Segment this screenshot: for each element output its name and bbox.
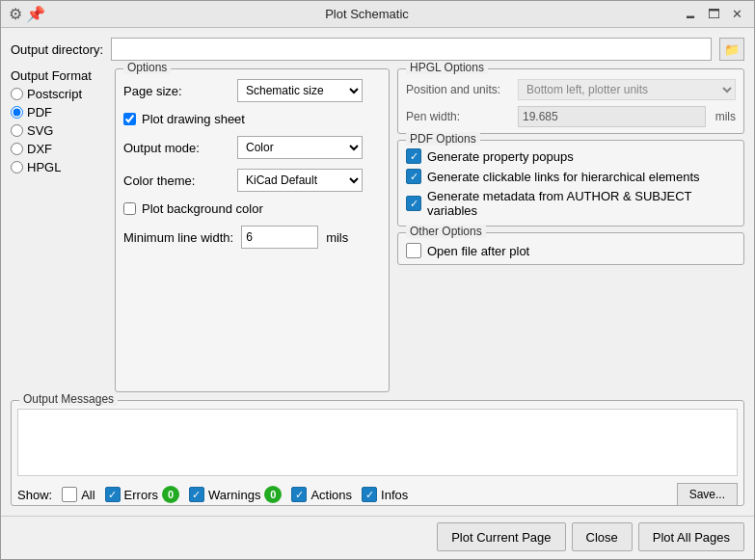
output-dir-input[interactable]: [111, 38, 712, 61]
format-postscript-label: Postscript: [27, 87, 82, 101]
plot-drawing-sheet-row[interactable]: Plot drawing sheet: [123, 112, 381, 126]
plot-bg-color-checkbox[interactable]: [123, 202, 136, 215]
titlebar: ⚙ 📌 Plot Schematic 🗕 🗖 ✕: [1, 1, 754, 28]
warnings-checkbox[interactable]: ✓: [189, 487, 204, 502]
open-file-after-plot-row[interactable]: Open file after plot: [406, 243, 736, 258]
output-messages-legend: Output Messages: [19, 392, 118, 406]
pdf-metadata-row[interactable]: ✓ Generate metadata from AUTHOR & SUBJEC…: [406, 189, 736, 218]
infos-label: Infos: [381, 488, 408, 502]
format-svg-label: SVG: [27, 123, 53, 138]
infos-checkbox[interactable]: ✓: [362, 487, 377, 502]
hpgl-pen-width-unit: mils: [715, 110, 736, 123]
messages-textarea[interactable]: [17, 409, 738, 476]
options-panel: Options Page size: Schematic size A4 A3 …: [115, 68, 390, 392]
pdf-metadata-label: Generate metadata from AUTHOR & SUBJECT …: [427, 189, 736, 218]
format-dxf-radio[interactable]: [11, 143, 23, 155]
pdf-clickable-links-label: Generate clickable links for hierarchica…: [427, 170, 700, 184]
open-file-after-plot-label: Open file after plot: [427, 244, 529, 258]
page-size-row: Page size: Schematic size A4 A3 Letter: [123, 79, 381, 102]
pdf-property-popups-label: Generate property popups: [427, 149, 574, 164]
min-line-width-input[interactable]: [241, 226, 318, 249]
format-hpgl-label: HPGL: [27, 160, 61, 174]
errors-badge: 0: [162, 486, 179, 503]
filter-warnings[interactable]: ✓ Warnings 0: [189, 486, 282, 503]
color-theme-row: Color theme: KiCad Default User Classic: [123, 169, 381, 192]
other-options-group: Other Options Open file after plot: [397, 232, 744, 265]
plot-all-pages-button[interactable]: Plot All Pages: [638, 522, 744, 551]
output-dir-label: Output directory:: [11, 42, 103, 57]
filter-errors[interactable]: ✓ Errors 0: [105, 486, 179, 503]
close-button[interactable]: ✕: [727, 5, 746, 24]
filter-actions[interactable]: ✓ Actions: [291, 487, 352, 502]
format-pdf-label: PDF: [27, 105, 52, 120]
show-label: Show:: [17, 488, 52, 502]
format-dxf[interactable]: DXF: [11, 142, 107, 156]
output-messages-section: Output Messages Show: All ✓ Errors 0 ✓ W…: [11, 400, 744, 506]
right-panel: HPGL Options Position and units: Bottom …: [397, 68, 744, 392]
hpgl-position-row: Position and units: Bottom left, plotter…: [406, 79, 736, 100]
bottom-bar: Plot Current Page Close Plot All Pages: [1, 516, 754, 559]
hpgl-pen-width-row: Pen width: mils: [406, 106, 736, 127]
output-mode-row: Output mode: Color Black and White: [123, 136, 381, 159]
mils-label: mils: [326, 230, 348, 245]
plot-drawing-sheet-checkbox[interactable]: [123, 113, 136, 125]
page-size-label: Page size:: [123, 84, 229, 98]
hpgl-pen-width-label: Pen width:: [406, 110, 512, 123]
pdf-options-group: PDF Options ✓ Generate property popups ✓…: [397, 140, 744, 227]
window-title: Plot Schematic: [53, 7, 681, 21]
color-theme-select[interactable]: KiCad Default User Classic: [237, 169, 363, 192]
min-line-width-row: Minimum line width: mils: [123, 226, 381, 249]
pdf-legend: PDF Options: [406, 132, 480, 146]
open-file-after-plot-checkbox[interactable]: [406, 243, 421, 258]
color-theme-label: Color theme:: [123, 173, 229, 188]
filter-all[interactable]: All: [62, 487, 94, 502]
pdf-metadata-checkbox[interactable]: ✓: [406, 196, 421, 211]
format-pdf-radio[interactable]: [11, 106, 23, 119]
hpgl-pen-width-input: [518, 106, 706, 127]
options-legend: Options: [123, 61, 171, 74]
format-svg-radio[interactable]: [11, 124, 23, 137]
min-line-width-label: Minimum line width:: [123, 230, 233, 245]
format-hpgl[interactable]: HPGL: [11, 160, 107, 174]
plot-schematic-window: ⚙ 📌 Plot Schematic 🗕 🗖 ✕ Output director…: [0, 0, 755, 560]
pdf-clickable-links-row[interactable]: ✓ Generate clickable links for hierarchi…: [406, 169, 736, 184]
output-mode-select[interactable]: Color Black and White: [237, 136, 363, 159]
filter-infos[interactable]: ✓ Infos: [362, 487, 408, 502]
plot-drawing-sheet-label: Plot drawing sheet: [142, 112, 245, 126]
warnings-badge: 0: [264, 486, 282, 503]
titlebar-app-icons: ⚙ 📌: [9, 5, 45, 23]
format-radio-group: Postscript PDF SVG DXF: [11, 87, 107, 174]
output-mode-label: Output mode:: [123, 141, 229, 155]
pdf-property-popups-row[interactable]: ✓ Generate property popups: [406, 148, 736, 164]
actions-checkbox[interactable]: ✓: [291, 487, 307, 502]
main-content: Output directory: 📁 Output Format Postsc…: [1, 28, 754, 516]
pdf-clickable-links-checkbox[interactable]: ✓: [406, 169, 421, 184]
pdf-checkboxes: ✓ Generate property popups ✓ Generate cl…: [406, 148, 736, 218]
browse-folder-button[interactable]: 📁: [719, 38, 744, 61]
output-dir-row: Output directory: 📁: [11, 38, 744, 61]
errors-checkbox[interactable]: ✓: [105, 487, 121, 502]
format-pdf[interactable]: PDF: [11, 105, 107, 120]
pin-icon: 📌: [26, 5, 45, 23]
pdf-property-popups-checkbox[interactable]: ✓: [406, 148, 421, 164]
plot-bg-color-row[interactable]: Plot background color: [123, 201, 381, 216]
format-postscript-radio[interactable]: [11, 88, 23, 100]
hpgl-legend: HPGL Options: [406, 61, 488, 74]
minimize-button[interactable]: 🗕: [681, 5, 700, 24]
errors-label: Errors: [124, 488, 158, 502]
output-format-label: Output Format: [11, 68, 107, 83]
actions-label: Actions: [310, 488, 352, 502]
format-dxf-label: DXF: [27, 142, 52, 156]
save-button[interactable]: Save...: [677, 483, 738, 506]
close-button-bottom[interactable]: Close: [572, 522, 633, 551]
maximize-button[interactable]: 🗖: [704, 5, 723, 24]
all-checkbox[interactable]: [62, 487, 77, 502]
warnings-label: Warnings: [208, 488, 260, 502]
window-controls: 🗕 🗖 ✕: [681, 5, 746, 24]
format-svg[interactable]: SVG: [11, 123, 107, 138]
page-size-select[interactable]: Schematic size A4 A3 Letter: [237, 79, 363, 102]
all-label: All: [81, 488, 94, 502]
format-postscript[interactable]: Postscript: [11, 87, 107, 101]
format-hpgl-radio[interactable]: [11, 161, 23, 173]
plot-current-page-button[interactable]: Plot Current Page: [437, 522, 565, 551]
